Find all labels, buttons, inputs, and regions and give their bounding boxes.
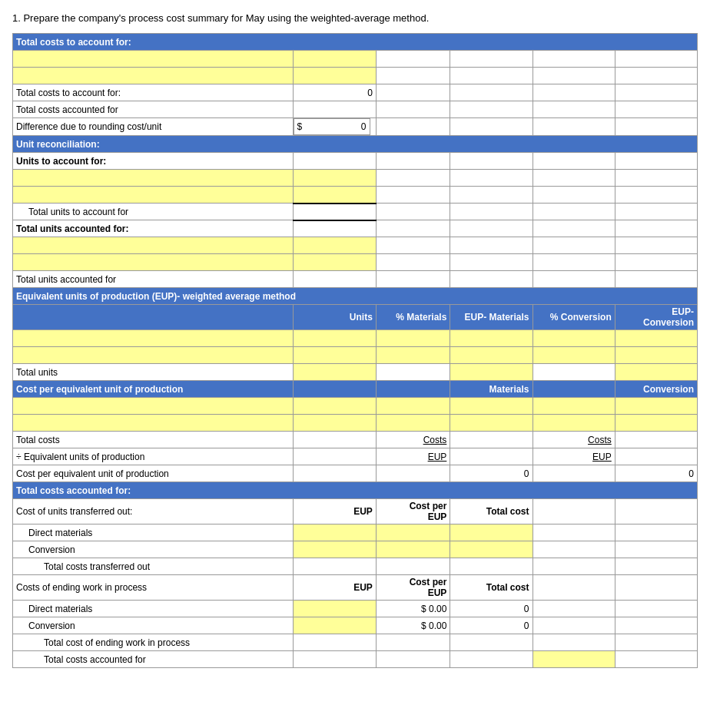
direct-materials-transfer-row[interactable]: Direct materials xyxy=(13,524,698,541)
units-accounted-input-row-1[interactable] xyxy=(13,237,698,254)
total-units-accounted-bold-row: Total units accounted for: xyxy=(13,220,698,237)
cost-input-2-col3[interactable] xyxy=(376,415,450,432)
ending-dm-row: Direct materials $ 0.00 0 xyxy=(13,601,698,617)
cost-input-1-col5[interactable] xyxy=(532,398,615,415)
cost-input-row-1[interactable] xyxy=(13,398,698,415)
units-acc-val-1[interactable] xyxy=(297,240,373,251)
total-units-accounted-for-label: Total units accounted for xyxy=(13,271,294,288)
eup-input-2-eupmat[interactable] xyxy=(450,347,532,364)
units-input-row-2[interactable] xyxy=(13,187,698,204)
units-val-1[interactable] xyxy=(297,173,373,184)
cost-input-row-2[interactable] xyxy=(13,415,698,432)
conv-transfer-col3[interactable] xyxy=(376,541,450,558)
input-2-val[interactable] xyxy=(297,71,373,81)
units-input-1[interactable] xyxy=(16,173,290,184)
dm-transfer-col4[interactable] xyxy=(450,524,532,541)
eup-input-2-pctmat[interactable] xyxy=(376,347,450,364)
units-input-label-2[interactable] xyxy=(13,187,294,204)
ending-dm-total-cost: 0 xyxy=(450,601,532,617)
input-2-label[interactable] xyxy=(16,71,290,81)
total-units-eup-eupconv[interactable] xyxy=(615,364,697,381)
div-eup-row: ÷ Equivalent units of production EUP EUP xyxy=(13,448,698,465)
conv-transfer-col2[interactable] xyxy=(293,541,376,558)
units-input-label-1[interactable] xyxy=(13,170,294,187)
input-2-col4 xyxy=(450,68,532,84)
dm-transfer-col2[interactable] xyxy=(293,524,376,541)
units-acc-input-1-val[interactable] xyxy=(293,237,376,254)
units-acc-input-1[interactable] xyxy=(16,240,290,251)
eup-input-1-pctconv[interactable] xyxy=(532,330,615,347)
units-acc-input-label-1[interactable] xyxy=(13,237,294,254)
total-ending-wip-label: Total cost of ending work in process xyxy=(13,634,294,651)
conversion-transfer-row[interactable]: Conversion xyxy=(13,541,698,558)
units-acc-val-2[interactable] xyxy=(297,257,373,268)
total-units-eup-eupmat[interactable] xyxy=(450,364,532,381)
total-units-eup-units[interactable] xyxy=(293,364,376,381)
cost-input-1-label[interactable] xyxy=(13,398,294,415)
ending-dm-eup[interactable] xyxy=(293,601,376,617)
cost-input-2-col2[interactable] xyxy=(293,415,376,432)
input-row-1[interactable] xyxy=(13,51,698,68)
eup-input-1-eupmat[interactable] xyxy=(450,330,532,347)
units-input-1-val[interactable] xyxy=(293,170,376,187)
total-transferred-label: Total costs transferred out xyxy=(13,558,294,575)
units-acc-input-2-val[interactable] xyxy=(293,254,376,271)
eup-input-2-eupconv[interactable] xyxy=(615,347,697,364)
ending-conv-label: Conversion xyxy=(13,617,294,634)
units-acc-input-2[interactable] xyxy=(16,257,290,268)
cost-input-2-col4[interactable] xyxy=(450,415,532,432)
input-2-col5 xyxy=(532,68,615,84)
total-costs-accounted-label: Total costs accounted for xyxy=(13,101,294,118)
input-2-col6 xyxy=(615,68,697,84)
input-row-2[interactable] xyxy=(13,68,698,84)
cost-input-2-col6[interactable] xyxy=(615,415,697,432)
total-costs-accounted-final-label: Total costs accounted for xyxy=(13,651,294,668)
cost-input-2-label[interactable] xyxy=(13,415,294,432)
units-acc-input-label-2[interactable] xyxy=(13,254,294,271)
units-val-2[interactable] xyxy=(297,189,373,200)
units-input-2[interactable] xyxy=(16,190,290,200)
units-input-2-val[interactable] xyxy=(293,187,376,204)
units-input-row-1[interactable] xyxy=(13,170,698,187)
eup-col-pct-conv: % Conversion xyxy=(532,305,615,330)
input-1-val[interactable] xyxy=(297,54,373,65)
eup-input-2-label[interactable] xyxy=(13,347,294,364)
input-1-col4 xyxy=(450,51,532,68)
cost-input-1-col4[interactable] xyxy=(450,398,532,415)
ending-conv-row: Conversion $ 0.00 0 xyxy=(13,617,698,634)
cost-input-1-col2[interactable] xyxy=(293,398,376,415)
cost-transferred-out-header-row: Cost of units transferred out: EUP Cost … xyxy=(13,499,698,524)
eup-input-1-units[interactable] xyxy=(293,330,376,347)
cost-input-2-col5[interactable] xyxy=(532,415,615,432)
conv-transfer-col4[interactable] xyxy=(450,541,532,558)
div-eup-col3: EUP xyxy=(376,448,450,465)
unit-recon-label: Unit reconciliation: xyxy=(13,136,698,153)
eup-header-row: Equivalent units of production (EUP)- we… xyxy=(13,288,698,305)
input-1-col2[interactable] xyxy=(293,51,376,68)
input-label-2[interactable] xyxy=(13,68,294,84)
ending-wip-header-row: Costs of ending work in process EUP Cost… xyxy=(13,575,698,601)
cost-transferred-eup: EUP xyxy=(293,499,376,524)
eup-input-1-pctmat[interactable] xyxy=(376,330,450,347)
eup-input-1-eupconv[interactable] xyxy=(615,330,697,347)
ending-wip-eup: EUP xyxy=(293,575,376,601)
eup-input-row-2[interactable] xyxy=(13,347,698,364)
dm-transfer-col3[interactable] xyxy=(376,524,450,541)
total-costs-accounted-header: Total costs accounted for: xyxy=(13,482,698,499)
cost-per-eup-header-row: Cost per equivalent unit of production M… xyxy=(13,381,698,398)
units-accounted-input-row-2[interactable] xyxy=(13,254,698,271)
cost-input-1-col6[interactable] xyxy=(615,398,697,415)
input-2-col3 xyxy=(376,68,450,84)
input-label-1[interactable] xyxy=(13,51,294,68)
eup-input-2-pctconv[interactable] xyxy=(532,347,615,364)
ending-conv-eup[interactable] xyxy=(293,617,376,634)
input-2-col2[interactable] xyxy=(293,68,376,84)
input-1-label[interactable] xyxy=(16,54,290,65)
total-costs-row: Total costs to account for: 0 xyxy=(13,84,698,101)
ending-conv-cost-per-eup: $ 0.00 xyxy=(376,617,450,634)
units-to-account-row: Units to account for: xyxy=(13,153,698,170)
eup-input-1-label[interactable] xyxy=(13,330,294,347)
cost-input-1-col3[interactable] xyxy=(376,398,450,415)
eup-input-row-1[interactable] xyxy=(13,330,698,347)
eup-input-2-units[interactable] xyxy=(293,347,376,364)
